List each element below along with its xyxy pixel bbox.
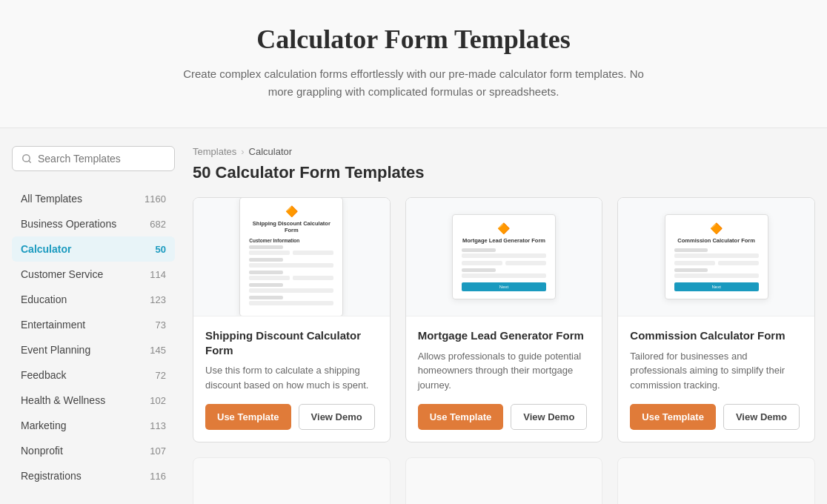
card-title: Shipping Discount Calculator Form — [205, 328, 378, 357]
sidebar-item-count: 73 — [156, 319, 166, 331]
card-title: Commission Calculator Form — [630, 328, 803, 343]
mock-field — [249, 301, 333, 305]
sidebar-item-count: 50 — [156, 244, 166, 255]
search-icon — [21, 153, 32, 164]
card-body: Mortgage Lead Generator Form Allows prof… — [406, 316, 602, 442]
mock-label — [249, 245, 283, 249]
hero-title: Calculator Form Templates — [15, 24, 812, 55]
sidebar: All Templates1160Business Operations682C… — [12, 146, 175, 504]
form-mockup: 🔶 Shipping Discount Calculator Form Cust… — [239, 198, 343, 316]
use-template-button[interactable]: Use Template — [205, 404, 291, 430]
card-body: Shipping Discount Calculator Form Use th… — [193, 316, 390, 442]
breadcrumb-separator: › — [241, 146, 244, 157]
breadcrumb: Templates › Calculator — [193, 146, 815, 157]
view-demo-button[interactable]: View Demo — [299, 404, 375, 430]
mock-label — [249, 271, 283, 274]
sidebar-item-label: Health & Wellness — [21, 394, 105, 406]
sidebar-item-marketing[interactable]: Marketing113 — [12, 413, 175, 438]
mock-label — [462, 248, 496, 252]
use-template-button[interactable]: Use Template — [418, 404, 504, 430]
sidebar-item-business-operations[interactable]: Business Operations682 — [12, 211, 175, 236]
sidebar-item-all-templates[interactable]: All Templates1160 — [12, 186, 175, 211]
view-demo-button[interactable]: View Demo — [511, 404, 587, 430]
card-body: Commission Calculator Form Tailored for … — [618, 316, 814, 442]
sidebar-item-label: Education — [21, 294, 67, 305]
sidebar-item-count: 113 — [150, 420, 166, 431]
sidebar-item-customer-service[interactable]: Customer Service114 — [12, 262, 175, 287]
mock-label — [249, 296, 283, 299]
card-title: Mortgage Lead Generator Form — [418, 328, 591, 343]
card-preview: 🔶 Shipping Discount Calculator Form Cust… — [193, 198, 390, 316]
mock-field — [249, 263, 333, 268]
main-layout: All Templates1160Business Operations682C… — [0, 128, 827, 504]
search-box[interactable] — [12, 146, 175, 171]
sidebar-item-label: Registrations — [21, 470, 82, 482]
template-card-1: 🔶 Shipping Discount Calculator Form Cust… — [193, 197, 391, 442]
form-mockup: 🔶 Mortgage Lead Generator Form Next — [452, 214, 556, 299]
sidebar-item-health--wellness[interactable]: Health & Wellness102 — [12, 388, 175, 413]
mock-field — [249, 288, 333, 293]
card-ghost-2 — [405, 457, 603, 504]
mock-next-button: Next — [674, 282, 759, 291]
sidebar-item-count: 123 — [150, 294, 166, 305]
mock-label — [249, 258, 283, 262]
content-area: Templates › Calculator 50 Calculator For… — [193, 146, 815, 504]
sidebar-item-count: 107 — [150, 445, 166, 457]
form-mockup: 🔶 Commission Calculator Form Next — [665, 214, 768, 299]
mockup-title: Mortgage Lead Generator Form — [462, 237, 546, 244]
sidebar-item-count: 114 — [150, 269, 166, 280]
card-actions: Use Template View Demo — [205, 404, 378, 430]
sidebar-item-count: 682 — [150, 219, 166, 230]
card-description: Tailored for businesses and professional… — [630, 349, 803, 393]
mock-field — [462, 261, 502, 265]
sidebar-item-registrations[interactable]: Registrations116 — [12, 463, 175, 488]
mockup-title: Shipping Discount Calculator Form — [249, 220, 333, 233]
mockup-title: Commission Calculator Form — [674, 237, 759, 244]
mock-field — [718, 261, 759, 265]
sidebar-item-feedback[interactable]: Feedback72 — [12, 362, 175, 388]
form-icon: 🔶 — [249, 205, 333, 217]
form-icon: 🔶 — [674, 222, 759, 234]
mock-section: Customer Information — [249, 238, 333, 243]
template-card-3: 🔶 Commission Calculator Form Next Commis… — [617, 197, 815, 442]
mock-label — [462, 268, 496, 272]
card-description: Allows professionals to guide potential … — [418, 349, 591, 393]
mock-label — [674, 248, 708, 252]
mock-next-button: Next — [462, 282, 546, 291]
mock-field — [249, 251, 290, 255]
sidebar-item-event-planning[interactable]: Event Planning145 — [12, 337, 175, 362]
card-ghost-1 — [193, 457, 391, 504]
use-template-button[interactable]: Use Template — [630, 404, 716, 430]
mock-label — [674, 268, 708, 272]
view-demo-button[interactable]: View Demo — [723, 404, 800, 430]
mock-field — [462, 253, 546, 258]
sidebar-item-count: 116 — [150, 471, 166, 482]
svg-line-1 — [29, 161, 31, 163]
sidebar-item-education[interactable]: Education123 — [12, 287, 175, 312]
sidebar-nav: All Templates1160Business Operations682C… — [12, 186, 175, 488]
sidebar-item-label: Business Operations — [21, 218, 116, 230]
cards-grid: 🔶 Shipping Discount Calculator Form Cust… — [193, 197, 815, 442]
sidebar-item-count: 102 — [150, 395, 166, 406]
search-input[interactable] — [38, 153, 165, 165]
sidebar-item-entertainment[interactable]: Entertainment73 — [12, 312, 175, 337]
card-description: Use this form to calculate a shipping di… — [205, 363, 378, 392]
mock-field — [293, 251, 333, 255]
sidebar-item-count: 145 — [150, 345, 166, 356]
sidebar-item-label: Customer Service — [21, 268, 103, 280]
mock-label — [249, 283, 283, 287]
mock-field — [293, 276, 333, 280]
sidebar-item-count: 1160 — [145, 193, 166, 205]
sidebar-item-calculator[interactable]: Calculator50 — [12, 236, 175, 262]
sidebar-item-label: Calculator — [21, 243, 71, 255]
form-icon: 🔶 — [462, 222, 546, 234]
mock-field — [674, 273, 759, 278]
breadcrumb-parent[interactable]: Templates — [193, 146, 236, 157]
card-ghost-3 — [617, 457, 815, 504]
sidebar-item-nonprofit[interactable]: Nonprofit107 — [12, 438, 175, 463]
card-actions: Use Template View Demo — [418, 404, 591, 430]
sidebar-item-label: Event Planning — [21, 344, 90, 356]
sidebar-item-count: 72 — [156, 370, 166, 381]
mock-field — [462, 273, 546, 278]
content-title: 50 Calculator Form Templates — [193, 163, 815, 182]
